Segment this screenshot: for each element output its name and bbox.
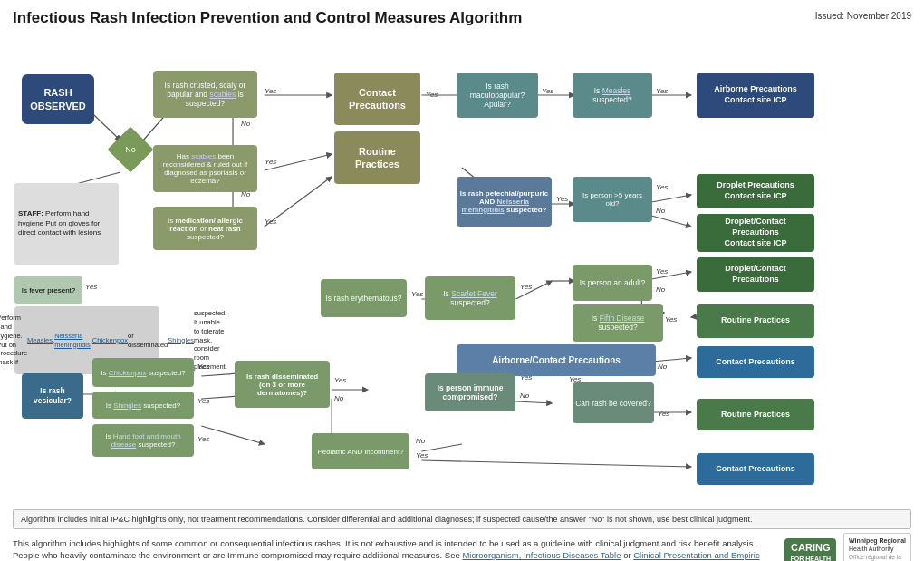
q1-yes-label: Yes bbox=[265, 87, 276, 95]
person5-no-label: No bbox=[656, 207, 665, 215]
pediatric-no-label: No bbox=[416, 437, 425, 445]
petechial-yes-label: Yes bbox=[556, 195, 568, 203]
shingles-yes-label: Yes bbox=[197, 397, 209, 405]
fever-yes-label: Yes bbox=[85, 283, 97, 291]
disseminated-yes-label: Yes bbox=[334, 376, 346, 384]
q-disseminated: Is rash disseminated (on 3 or more derma… bbox=[235, 361, 330, 408]
footnote-box: Algorithm includes initial IP&C highligh… bbox=[13, 509, 911, 529]
q-vesicular: Is rash vesicular? bbox=[22, 373, 83, 419]
covered-no-label: No bbox=[658, 363, 667, 371]
routine-practices-outcome2-box: Routine Practices bbox=[697, 304, 814, 338]
scarlet-yes-label: Yes bbox=[520, 283, 532, 291]
q2-yes-label: Yes bbox=[265, 158, 276, 166]
q1-no-label: No bbox=[241, 120, 250, 128]
adult-yes-label: Yes bbox=[656, 267, 668, 276]
contact-precautions-out1: Contact Precautions bbox=[697, 346, 814, 378]
no-diamond: No bbox=[108, 127, 153, 172]
q-fifth-disease: Is Fifth Disease suspected? bbox=[573, 304, 663, 342]
droplet-precautions-box: Droplet Precautions Contact site ICP bbox=[697, 174, 814, 208]
q-covered: Can rash be covered? bbox=[573, 382, 654, 423]
page: Infectious Rash Infection Prevention and… bbox=[0, 0, 924, 561]
page-title: Infectious Rash Infection Prevention and… bbox=[13, 9, 522, 27]
svg-line-37 bbox=[421, 460, 691, 467]
svg-line-36 bbox=[421, 444, 462, 451]
routine-practices-out: Routine Practices bbox=[697, 399, 814, 430]
airborne-precautions-box: Airborne Precautions Contact site ICP bbox=[697, 73, 814, 118]
svg-line-28 bbox=[201, 426, 264, 444]
q-petechial: Is rash petechial/purpuric AND Neisseria… bbox=[457, 177, 552, 227]
contact-precautions-out2: Contact Precautions bbox=[697, 453, 814, 485]
link-microorganism[interactable]: Microorganism, Infectious Diseases Table bbox=[462, 550, 621, 560]
erythematous-yes-label: Yes bbox=[411, 290, 423, 298]
person5-yes-label: Yes bbox=[656, 183, 668, 191]
adult-no-label: No bbox=[656, 285, 665, 294]
issued-date: Issued: November 2019 bbox=[815, 9, 911, 21]
mac-yes-label: Yes bbox=[542, 87, 553, 95]
q-adult: Is person an adult? bbox=[573, 265, 652, 301]
pediatric-box: Pediatric AND incontinent? bbox=[312, 433, 409, 469]
q-hfmd: Is Hand foot and mouth disease suspected… bbox=[92, 424, 194, 457]
airborne-contact-box: Airborne/Contact Precautions bbox=[457, 344, 656, 376]
q3-box: Is medication/ allergic reaction or heat… bbox=[153, 207, 257, 250]
staff-note-box: STAFF: Perform hand hygiene Put on glove… bbox=[14, 183, 119, 265]
measles-yes-label: Yes bbox=[656, 87, 668, 95]
diagram-area: RASH OBSERVED No STAFF: Perform hand hyg… bbox=[13, 36, 911, 508]
logo-area: CARING FOR HEALTH Winnipeg Regional Heal… bbox=[784, 533, 911, 561]
covered-yes2-label: Yes bbox=[658, 410, 669, 418]
rash-observed-box: RASH OBSERVED bbox=[22, 74, 94, 124]
q-measles: Is Measles suspected? bbox=[573, 73, 652, 118]
fifth-yes-label: Yes bbox=[665, 315, 677, 324]
wrha-logo: Winnipeg Regional Health Authority Offic… bbox=[843, 533, 911, 561]
footnote-bottom: This algorithm includes highlights of so… bbox=[13, 537, 775, 561]
cp-to-mac-yes: Yes bbox=[426, 91, 438, 99]
q-maculopapular: Is rash maculopapular? Apular? bbox=[457, 73, 538, 118]
q-person5: Is person >5 years old? bbox=[573, 177, 652, 222]
routine-practices-center: Routine Practices bbox=[334, 131, 420, 184]
pediatric-yes-label: Yes bbox=[416, 451, 428, 459]
q-immune: Is person immune compromised? bbox=[425, 373, 515, 411]
q1-box: Is rash crusted, scaly or papular and sc… bbox=[153, 71, 257, 118]
contact-precautions-center: Contact Precautions bbox=[334, 73, 420, 125]
hfmd-yes-label: Yes bbox=[197, 435, 209, 443]
immune-no-label: No bbox=[520, 392, 529, 400]
caring-logo: CARING FOR HEALTH bbox=[784, 538, 836, 561]
q2-box: Has scabies been reconsidered & ruled ou… bbox=[153, 145, 257, 192]
droplet-contact-precautions-box: Droplet/Contact Precautions Contact site… bbox=[697, 214, 814, 252]
q-scarlet-fever: Is Scarlet Fever suspected? bbox=[425, 276, 515, 320]
q-chickenpox: Is Chickenpox suspected? bbox=[92, 358, 194, 387]
q-erythematous: Is rash erythematous? bbox=[321, 279, 407, 317]
disseminated-no-label: No bbox=[334, 394, 343, 402]
q3-yes-label: Yes bbox=[265, 218, 276, 226]
fever-question-box: Is fever present? bbox=[14, 276, 82, 304]
q-shingles: Is Shingles suspected? bbox=[92, 392, 194, 419]
droplet-contact-outcome-box: Droplet/Contact Precautions bbox=[697, 257, 814, 292]
